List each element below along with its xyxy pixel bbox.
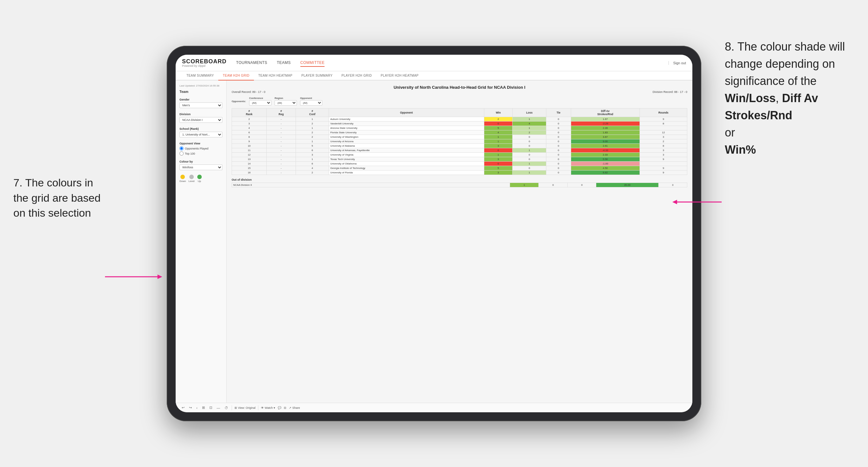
cell-opponent: University of Arkansas, Fayetteville (329, 148, 484, 153)
table-row: 2 - 1 Auburn University 2 1 0 1.67 9 (232, 117, 687, 122)
cell-rounds: 8 (640, 144, 687, 148)
svg-marker-1 (157, 275, 162, 279)
sub-nav-team-summary[interactable]: TEAM SUMMARY (182, 71, 218, 80)
sub-nav-player-h2h-grid[interactable]: PLAYER H2H GRID (337, 71, 376, 80)
cell-win: 3 (484, 170, 513, 175)
cell-tie: 0 (546, 153, 571, 157)
sub-navigation: TEAM SUMMARY TEAM H2H GRID TEAM H2H HEAT… (176, 71, 692, 81)
cell-reg: - (267, 130, 296, 135)
cell-tie: 0 (546, 122, 571, 126)
annotation-bold1: Win/Loss (725, 92, 776, 105)
toolbar-back[interactable]: ‹ (195, 405, 198, 410)
cell-rounds (640, 126, 687, 130)
toolbar-watch[interactable]: 👁 Watch ▾ (261, 406, 275, 409)
nav-committee[interactable]: COMMITTEE (300, 59, 325, 67)
toolbar-view[interactable]: ⊞ View: Original (235, 406, 255, 409)
region-select[interactable]: (All) (275, 100, 297, 105)
table-row: 4 - 1 Arizona State University 5 1 0 2.2… (232, 126, 687, 130)
colour-by-select[interactable]: Win/loss (180, 164, 222, 170)
cell-win: 2 (484, 117, 513, 122)
legend-up-label: Up (197, 180, 201, 183)
toolbar-sep1 (231, 405, 232, 410)
cell-win: 5 (484, 166, 513, 170)
cell-loss: 0 (513, 166, 546, 170)
cell-conf: 2 (296, 122, 329, 126)
table-row: 15 - 4 Georgia Institute of Technology 5… (232, 166, 687, 170)
team-section: Team (180, 90, 222, 94)
cell-rank: 10 (232, 144, 267, 148)
toolbar-undo[interactable]: ↩ (181, 405, 186, 410)
grid-title: University of North Carolina Head-to-Hea… (231, 85, 687, 90)
toolbar-dash[interactable]: — (216, 405, 221, 410)
col-tie: Tie (546, 108, 571, 117)
cell-tie: 0 (546, 162, 571, 166)
cell-rank: 13 (232, 157, 267, 162)
out-of-division-row: NCAA Division II 1 0 0 26.00 3 (232, 183, 687, 187)
sub-nav-team-h2h-grid[interactable]: TEAM H2H GRID (218, 71, 254, 81)
cell-diff: 4.50 (571, 166, 640, 170)
toolbar-redo[interactable]: ↪ (188, 405, 193, 410)
cell-diff: 3.67 (571, 135, 640, 139)
toolbar-clock[interactable]: ⏱ (224, 405, 229, 410)
grid-panel: University of North Carolina Head-to-Hea… (226, 81, 692, 403)
cell-conf: 2 (296, 130, 329, 135)
toolbar-layout[interactable]: ⊟ (284, 406, 286, 409)
cell-reg: - (267, 126, 296, 130)
radio-label-opponents: Opponents Played (185, 147, 209, 150)
table-row: 13 - 1 Texas Tech University 3 0 0 5.56 … (232, 157, 687, 162)
cell-diff: 2.28 (571, 126, 640, 130)
gender-select[interactable]: Men's (180, 102, 222, 108)
school-select[interactable]: 1. University of Nort... (180, 132, 222, 137)
conference-select[interactable]: (All) (249, 100, 271, 105)
toolbar-copy[interactable]: ⊞ (201, 405, 206, 410)
school-section: School (Rank) 1. University of Nort... (180, 127, 222, 137)
cell-rounds: 12 (640, 130, 687, 135)
logo-sub: Powered by clippd (182, 64, 226, 67)
cell-diff: 9.00 (571, 139, 640, 144)
cell-rank: 11 (232, 148, 267, 153)
sub-nav-player-summary[interactable]: PLAYER SUMMARY (297, 71, 337, 80)
sign-out-link[interactable]: Sign out (669, 61, 686, 65)
division-select[interactable]: NCAA Division I (180, 117, 222, 123)
table-row: 16 - 2 University of Florida 3 1 0 6.62 … (232, 170, 687, 175)
sub-nav-player-h2h-heatmap[interactable]: PLAYER H2H HEATMAP (376, 71, 423, 80)
cell-loss: 0 (513, 135, 546, 139)
cell-win: 1 (484, 135, 513, 139)
main-content: Last Updated: 27/03/2024 16:55:38 Team G… (176, 81, 692, 403)
radio-top100[interactable]: Top 100 (180, 151, 222, 156)
annotation-bold3: Win% (725, 143, 756, 156)
annotation-left: 7. The colours in the grid are based on … (13, 175, 102, 221)
cell-conf: 1 (296, 117, 329, 122)
toolbar-share[interactable]: ↗ Share (289, 406, 300, 409)
radio-opponents-played[interactable]: Opponents Played (180, 146, 222, 151)
left-panel: Last Updated: 27/03/2024 16:55:38 Team G… (176, 81, 226, 403)
share-label: Share (292, 406, 300, 409)
table-row: 12 - 3 University of Virginia 1 0 0 2.33… (232, 153, 687, 157)
toolbar-feedback[interactable]: 💬 (278, 406, 281, 409)
cell-tie: 0 (546, 144, 571, 148)
toolbar-grid[interactable]: ⊡ (209, 405, 213, 410)
cell-rank: 15 (232, 166, 267, 170)
tablet-screen: SCOREBOARD Powered by clippd TOURNAMENTS… (176, 55, 692, 412)
cell-diff: -1.00 (571, 162, 640, 166)
feedback-icon: 💬 (278, 406, 281, 409)
col-reg: #Reg (267, 108, 296, 117)
cell-conf: 1 (296, 126, 329, 130)
col-loss: Loss (513, 108, 546, 117)
sub-nav-team-h2h-heatmap[interactable]: TEAM H2H HEATMAP (254, 71, 297, 80)
division-label: Division (180, 113, 222, 116)
opponent-select[interactable]: (All) (300, 100, 322, 105)
colour-by-section: Colour by Win/loss (180, 160, 222, 170)
cell-diff: -4.33 (571, 148, 640, 153)
cell-rounds: 9 (640, 170, 687, 175)
ood-loss: 0 (539, 183, 567, 187)
legend-down: Down (180, 175, 186, 183)
opponent-view-label: Opponent View (180, 142, 222, 145)
nav-teams[interactable]: TEAMS (277, 59, 291, 67)
nav-tournaments[interactable]: TOURNAMENTS (236, 59, 267, 67)
table-row: 3 - 2 Vanderbilt University 0 4 0 -2.29 … (232, 122, 687, 126)
legend-level: Level (188, 175, 194, 183)
table-row: 8 - 2 University of Washington 1 0 0 3.6… (232, 135, 687, 139)
legend-up: Up (197, 175, 202, 183)
cell-reg: - (267, 135, 296, 139)
